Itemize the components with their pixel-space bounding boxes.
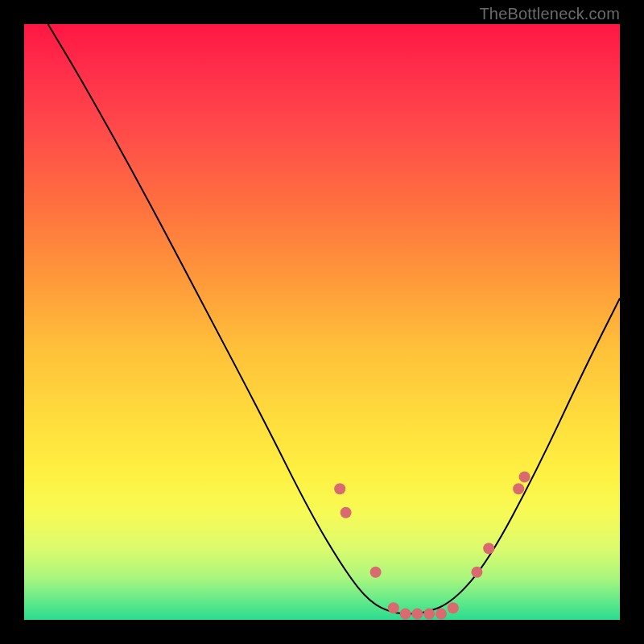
bottleneck-plot bbox=[24, 24, 620, 620]
chart-area bbox=[24, 24, 620, 620]
data-marker bbox=[423, 609, 435, 620]
data-marker bbox=[370, 567, 382, 578]
data-marker bbox=[483, 543, 494, 554]
data-marker bbox=[334, 483, 345, 494]
data-marker bbox=[448, 602, 459, 613]
watermark-label: TheBottleneck.com bbox=[479, 5, 620, 23]
data-marker bbox=[400, 609, 411, 620]
data-marker bbox=[513, 483, 524, 494]
bottleneck-curve bbox=[48, 24, 620, 614]
data-marker bbox=[471, 567, 482, 578]
markers-group bbox=[334, 471, 530, 619]
data-marker bbox=[436, 609, 447, 620]
data-marker bbox=[411, 609, 423, 620]
data-marker bbox=[388, 602, 399, 613]
data-marker bbox=[341, 507, 352, 518]
data-marker bbox=[519, 471, 530, 482]
